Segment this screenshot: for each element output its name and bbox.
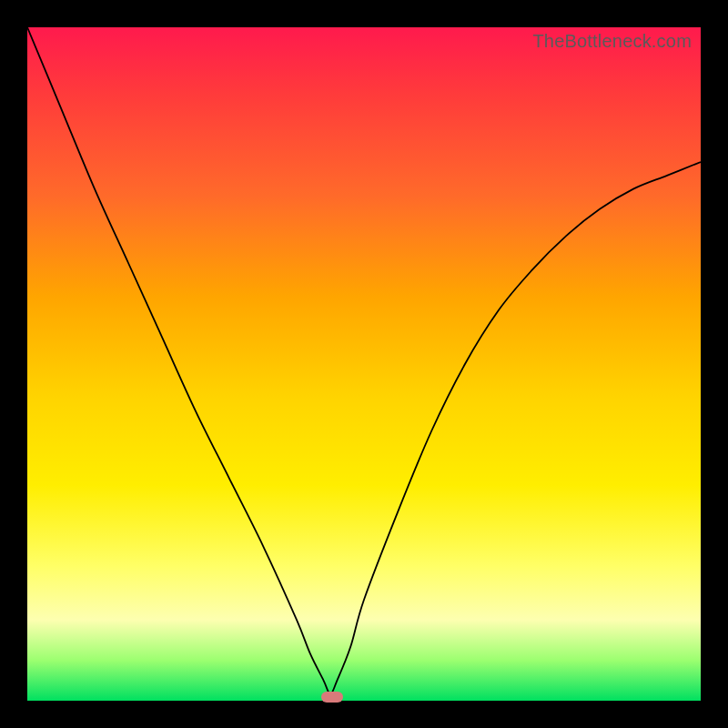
bottleneck-curve <box>27 27 701 701</box>
chart-frame: TheBottleneck.com <box>0 0 728 728</box>
optimum-marker <box>321 692 343 703</box>
curve-path <box>27 27 701 694</box>
plot-area: TheBottleneck.com <box>27 27 701 701</box>
watermark-text: TheBottleneck.com <box>532 31 692 52</box>
